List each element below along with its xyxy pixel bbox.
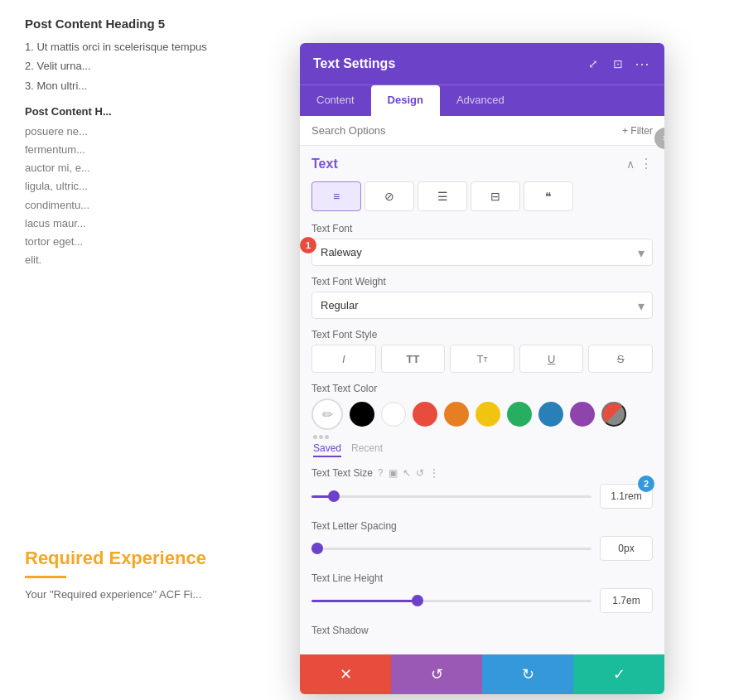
post-body-text: posuere ne... fermentum... auctor mi, e.… (25, 123, 273, 269)
color-blue[interactable] (538, 402, 563, 427)
modal-footer: ✕ ↺ ↻ ✓ (300, 654, 664, 694)
color-black[interactable] (350, 402, 374, 427)
style-strike-button[interactable]: S (588, 345, 653, 373)
font-select-wrapper: Raleway (311, 239, 653, 266)
color-gradient[interactable] (601, 402, 626, 427)
slider-thumb-1[interactable] (328, 490, 340, 502)
list-item-3: 3. Mon ultri... (25, 76, 273, 95)
size-label-row: Text Text Size ? ▣ ↖ ↺ ⋮ (311, 467, 653, 479)
page-content-left: Post Content Heading 5 1. Ut mattis orci… (0, 0, 298, 286)
required-section: Required Experience Your "Required exper… (25, 548, 206, 601)
align-list-button[interactable]: ☰ (418, 181, 467, 211)
align-left-button[interactable]: ≡ (311, 181, 361, 211)
slider-thumb-2[interactable] (311, 543, 323, 554)
color-purple[interactable] (570, 402, 595, 427)
size-more-icon[interactable]: ⋮ (429, 467, 439, 479)
expand-icon[interactable]: ⤢ (585, 56, 601, 72)
tab-content[interactable]: Content (300, 85, 371, 116)
cancel-button[interactable]: ✕ (300, 654, 391, 694)
required-underline (25, 576, 66, 578)
modal-tabs: Content Design Advanced (300, 84, 664, 116)
style-buttons: I TT Tт U S (311, 345, 653, 373)
size-help-icon[interactable]: ? (378, 467, 384, 479)
color-orange[interactable] (444, 402, 469, 427)
save-button[interactable]: ✓ (573, 654, 664, 694)
reset-button[interactable]: ↺ (391, 654, 482, 694)
text-weight-label: Text Font Weight (311, 276, 653, 287)
color-yellow[interactable] (476, 402, 500, 427)
text-size-slider-row: 1.1rem (311, 484, 653, 509)
weight-select-wrapper: Regular (311, 292, 653, 319)
search-bar: + Filter (300, 116, 664, 146)
text-shadow-row: Text Shadow (311, 625, 653, 636)
weight-select[interactable]: Regular (311, 292, 653, 319)
letter-spacing-slider-row: 0px (311, 536, 653, 561)
post-sub-heading: Post Content H... (25, 105, 273, 118)
line-height-label: Text Line Height (311, 572, 653, 584)
section-controls: ∧ ⋮ (626, 156, 653, 171)
slider-track-3 (311, 600, 591, 602)
collapse-icon[interactable]: ∧ (626, 157, 635, 171)
line-height-slider[interactable] (311, 592, 591, 609)
color-swatches: ✏ (311, 398, 653, 430)
letter-spacing-row: Text Letter Spacing 0px (311, 520, 653, 561)
tab-advanced[interactable]: Advanced (440, 85, 521, 116)
style-tt-button[interactable]: TT (381, 345, 446, 373)
align-quote-button[interactable]: ❝ (524, 181, 573, 211)
style-italic-button[interactable]: I (311, 345, 376, 373)
text-color-label: Text Text Color (311, 383, 653, 394)
size-device-icon[interactable]: ▣ (389, 467, 398, 479)
slider-track-1 (311, 495, 591, 498)
text-section: Text ∧ ⋮ ≡ ⊘ ☰ ⊟ ❝ Text Font Raleway (300, 146, 664, 654)
tab-design[interactable]: Design (371, 85, 440, 116)
letter-spacing-slider[interactable] (311, 540, 591, 557)
text-style-row: Text Font Style I TT Tт U S (311, 329, 653, 373)
layout-icon[interactable]: ⊡ (610, 56, 626, 72)
text-size-slider[interactable] (311, 488, 591, 504)
section-header: Text ∧ ⋮ (311, 156, 653, 171)
text-size-label: Text Text Size (311, 467, 373, 479)
color-picker-button[interactable]: ✏ (311, 398, 343, 430)
required-text: Your "Required experience" ACF Fi... (25, 588, 206, 601)
badge-1: 1 (300, 237, 316, 253)
align-none-button[interactable]: ⊘ (364, 181, 414, 211)
line-height-row: Text Line Height 1.7em (311, 572, 653, 613)
post-list: 1. Ut mattis orci in scelerisque tempus … (25, 37, 273, 95)
size-label-group: Text Text Size ? ▣ ↖ ↺ ⋮ (311, 467, 653, 479)
color-red[interactable] (413, 402, 437, 427)
badge-2: 2 (638, 476, 654, 492)
line-height-value[interactable]: 1.7em (600, 588, 653, 613)
more-options-icon[interactable]: ⋯ (635, 55, 651, 73)
color-green[interactable] (507, 402, 532, 427)
text-style-label: Text Font Style (311, 329, 653, 340)
filter-button[interactable]: + Filter (622, 125, 653, 137)
section-title: Text (311, 157, 338, 171)
size-reset-icon[interactable]: ↺ (416, 467, 424, 479)
slider-thumb-3[interactable] (412, 595, 423, 606)
alignment-buttons: ≡ ⊘ ☰ ⊟ ❝ (311, 181, 653, 211)
search-input[interactable] (311, 124, 616, 137)
section-more-icon[interactable]: ⋮ (640, 156, 653, 171)
letter-spacing-value[interactable]: 0px (600, 536, 653, 561)
modal-header-icons: ⤢ ⊡ ⋯ (585, 55, 651, 73)
size-cursor-icon[interactable]: ↖ (403, 467, 411, 479)
text-shadow-label: Text Shadow (311, 625, 653, 636)
slider-fill-3 (311, 600, 418, 602)
align-ordered-button[interactable]: ⊟ (471, 181, 520, 211)
color-white[interactable] (381, 402, 406, 427)
more-colors-dots (311, 435, 653, 439)
text-size-row: Text Text Size ? ▣ ↖ ↺ ⋮ (311, 467, 653, 509)
redo-button[interactable]: ↻ (482, 654, 573, 694)
letter-spacing-label: Text Letter Spacing (311, 520, 653, 532)
style-tt2-button[interactable]: Tт (450, 345, 514, 373)
font-select[interactable]: Raleway (311, 239, 653, 266)
required-title: Required Experience (25, 548, 206, 569)
style-underline-button[interactable]: U (519, 345, 584, 373)
text-font-row: Text Font Raleway (311, 223, 653, 266)
text-color-row: Text Text Color ✏ (311, 383, 653, 457)
line-height-slider-row: 1.7em (311, 588, 653, 613)
text-weight-row: Text Font Weight Regular (311, 276, 653, 319)
post-heading: Post Content Heading 5 (25, 17, 273, 31)
color-tab-recent[interactable]: Recent (351, 442, 383, 457)
color-tab-saved[interactable]: Saved (313, 442, 341, 457)
